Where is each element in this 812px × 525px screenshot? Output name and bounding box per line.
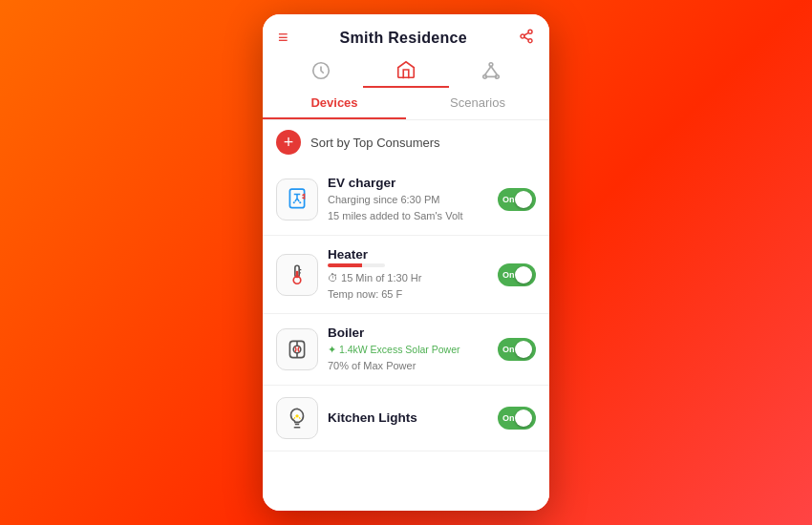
kitchen-lights-icon-wrap [276,397,318,439]
svg-line-25 [294,417,295,419]
kitchen-lights-name: Kitchen Lights [328,410,488,425]
device-list: EV charger Charging since 6:30 PM 15 mil… [263,164,549,511]
heater-info: Heater ⏱ 15 Min of 1:30 Hr Temp now: 65 … [328,247,488,302]
sort-label: Sort by Top Consumers [310,136,440,150]
svg-point-6 [489,63,493,67]
kitchen-lights-toggle[interactable]: On [498,407,536,430]
heater-progress-bar [328,263,385,267]
svg-point-24 [295,414,298,417]
sort-bar: + Sort by Top Consumers [263,120,549,164]
svg-point-14 [299,201,301,203]
menu-icon[interactable]: ≡ [278,28,288,48]
tab-icons-row [263,55,549,88]
tab-devices[interactable]: Devices [263,88,406,119]
heater-toggle[interactable]: On [498,263,536,286]
tab-icon-network[interactable] [449,60,534,87]
ev-charger-name: EV charger [328,176,488,190]
list-item: Boiler ✦ 1.4kW Excess Solar Power 70% of… [263,314,549,386]
svg-rect-17 [296,270,299,278]
ev-charger-status: Charging since 6:30 PM 15 miles added to… [328,192,488,223]
heater-name: Heater [328,247,488,262]
ev-charger-toggle[interactable]: On [498,188,536,211]
svg-line-9 [485,66,491,74]
heater-icon-wrap [276,254,318,296]
svg-line-4 [524,32,529,35]
header: ≡ Smith Residence [263,14,549,55]
toggle-knob [515,410,532,427]
svg-line-10 [491,66,497,74]
svg-line-26 [299,417,300,419]
page-title: Smith Residence [340,30,467,47]
toggle-knob [515,266,532,284]
tabs: Devices Scenarios [263,88,549,120]
tab-scenarios[interactable]: Scenarios [406,88,549,119]
list-item: Kitchen Lights On [263,386,549,452]
svg-point-21 [293,346,301,353]
boiler-name: Boiler [328,326,488,340]
boiler-info: Boiler ✦ 1.4kW Excess Solar Power 70% of… [328,326,488,373]
heater-status: ⏱ 15 Min of 1:30 Hr Temp now: 65 F [328,263,488,302]
toggle-knob [515,191,532,208]
ev-charger-info: EV charger Charging since 6:30 PM 15 mil… [328,176,488,223]
boiler-icon-wrap [276,328,318,370]
kitchen-lights-info: Kitchen Lights [328,410,488,427]
svg-point-13 [293,201,295,203]
list-item: Heater ⏱ 15 Min of 1:30 Hr Temp now: 65 … [263,236,549,314]
ev-charger-icon-wrap [276,178,318,220]
svg-line-3 [524,37,529,40]
boiler-toggle[interactable]: On [498,338,536,361]
add-button[interactable]: + [276,130,301,155]
tab-icon-clock[interactable] [278,60,363,87]
phone-container: ≡ Smith Residence [263,14,549,511]
share-icon[interactable] [519,29,534,48]
list-item: EV charger Charging since 6:30 PM 15 mil… [263,164,549,236]
boiler-status: ✦ 1.4kW Excess Solar Power 70% of Max Po… [328,342,488,373]
toggle-knob [515,341,532,358]
tab-icon-home[interactable] [363,59,448,88]
